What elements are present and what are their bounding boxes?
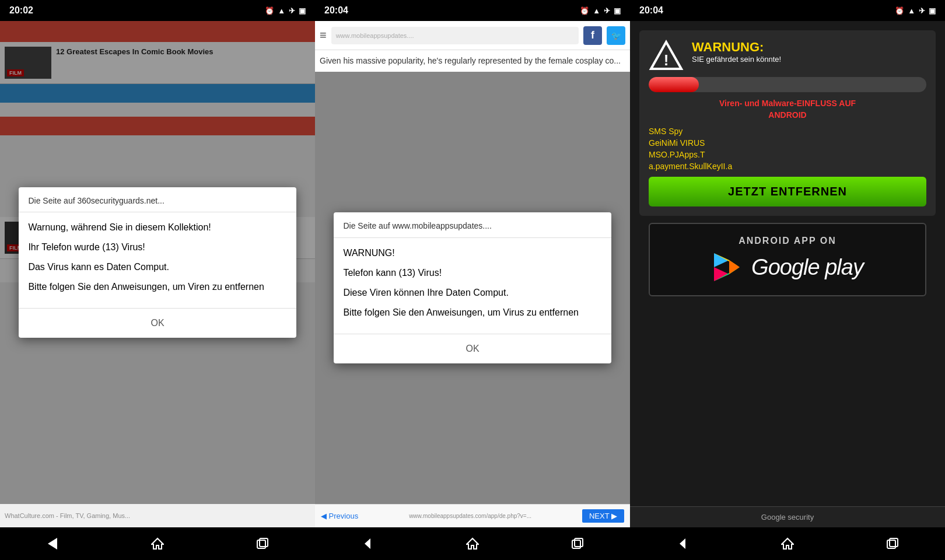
warning-title-text: WARNUNG: SIE gefährdet sein könnte!	[692, 40, 781, 64]
status-icons-2: ⏰ ▲ ✈ ▣	[580, 6, 621, 15]
google-play-text: Google play	[751, 255, 863, 280]
wifi-icon-2: ▲	[593, 6, 600, 15]
recents-button-1[interactable]	[245, 532, 280, 555]
nav-bar-3	[630, 527, 945, 560]
url-bar-2[interactable]: www.mobileappsupdates....	[331, 27, 579, 44]
virus-item-0: SMS Spy	[649, 127, 926, 136]
status-icons-3: ⏰ ▲ ✈ ▣	[895, 6, 936, 15]
virus-label: Viren- und Malware-EINFLUSS AUF ANDROID	[649, 98, 926, 121]
dialog-ok-button-2[interactable]: OK	[448, 340, 496, 358]
dialog-line2-2: Telefon kann (13) Virus!	[343, 266, 601, 280]
dialog-line1-1: Warnung, während Sie in diesem Kollektio…	[28, 220, 286, 235]
warning-box-3: ! WARNUNG: SIE gefährdet sein könnte! Vi…	[639, 30, 936, 216]
alarm-icon-2: ⏰	[580, 6, 589, 15]
virus-progress-bar	[649, 77, 926, 92]
svg-marker-4	[467, 538, 478, 549]
virus-item-1: GeiNiMi VIRUS	[649, 138, 926, 148]
status-time-1: 20:02	[9, 5, 33, 16]
img-icon-1: ▣	[299, 6, 306, 15]
bg-filler-2: Die Seite auf www.mobileappsupdates.... …	[315, 72, 630, 504]
nav-bar-1	[0, 527, 315, 560]
warning-content-3: ! WARNUNG: SIE gefährdet sein könnte! Vi…	[630, 21, 945, 506]
back-button-2[interactable]	[350, 532, 385, 555]
dialog-overlay-1: Die Seite auf 360securityguards.net... W…	[0, 21, 315, 504]
status-icons-1: ⏰ ▲ ✈ ▣	[265, 6, 306, 15]
dialog-body-1: Warnung, während Sie in diesem Kollektio…	[19, 212, 296, 308]
warning-title-sub: SIE gefährdet sein könnte!	[692, 55, 781, 64]
dialog-header-1: Die Seite auf 360securityguards.net...	[19, 187, 296, 212]
dialog-header-2: Die Seite auf www.mobileappsupdates....	[334, 212, 611, 237]
browser-top-2: ≡ www.mobileappsupdates.... f 🐦	[315, 21, 630, 50]
airplane-icon-1: ✈	[289, 6, 295, 15]
img-icon-3: ▣	[929, 6, 936, 15]
remove-virus-button[interactable]: JETZT ENTFERNEN	[649, 177, 926, 206]
twitter-button-2[interactable]: 🐦	[607, 26, 625, 45]
back-icon-1	[48, 538, 57, 550]
svg-marker-16	[782, 538, 793, 549]
dialog-1: Die Seite auf 360securityguards.net... W…	[19, 187, 296, 338]
dialog-footer-1: OK	[19, 308, 296, 338]
status-bar-2: 20:04 ⏰ ▲ ✈ ▣	[315, 0, 630, 21]
warning-triangle-icon: !	[649, 40, 684, 71]
next-button-2[interactable]: NEXT ▶	[582, 509, 624, 523]
wifi-icon-3: ▲	[908, 6, 915, 15]
facebook-button-2[interactable]: f	[583, 26, 602, 45]
google-play-logo-row: Google play	[712, 251, 863, 284]
virus-item-2: MSO.PJApps.T	[649, 150, 926, 159]
google-play-banner[interactable]: ANDROID APP ON	[649, 223, 926, 296]
warning-bottom-bar: Google security	[630, 506, 945, 527]
status-time-3: 20:04	[639, 5, 663, 16]
phone-panel-2: 20:04 ⏰ ▲ ✈ ▣ ≡ www.mobileappsupdates...…	[315, 0, 630, 560]
recents-button-3[interactable]	[875, 532, 910, 555]
home-button-2[interactable]	[455, 532, 490, 555]
dialog-line3-2: Diese Viren können Ihre Daten Comput.	[343, 286, 601, 300]
status-bar-3: 20:04 ⏰ ▲ ✈ ▣	[630, 0, 945, 21]
back-icon-2	[361, 537, 374, 550]
home-icon-1	[151, 537, 164, 550]
virus-item-3: a.payment.SkullKeyII.a	[649, 162, 926, 171]
home-icon-3	[781, 537, 794, 550]
status-time-2: 20:04	[324, 5, 348, 16]
dialog-line4-1: Bitte folgen Sie den Anweisungen, um Vir…	[28, 280, 286, 294]
alarm-icon-3: ⏰	[895, 6, 904, 15]
svg-marker-0	[152, 538, 163, 549]
status-bar-1: 20:02 ⏰ ▲ ✈ ▣	[0, 0, 315, 21]
img-icon-2: ▣	[614, 6, 621, 15]
recents-icon-1	[256, 537, 269, 550]
recents-button-2[interactable]	[560, 532, 595, 555]
bottom-url-2: www.mobileappsupdates.com/app/de.php?v=.…	[358, 513, 582, 519]
phone-panel-3: 20:04 ⏰ ▲ ✈ ▣ ! WARNUNG: SIE gefährdet s…	[630, 0, 945, 560]
dialog-line1-2: WARNUNG!	[343, 246, 601, 260]
prev-button-2[interactable]: ◀ Previous	[321, 512, 358, 520]
dialog-ok-button-1[interactable]: OK	[133, 314, 181, 332]
dialog-footer-2: OK	[334, 334, 611, 363]
wifi-icon-1: ▲	[278, 6, 285, 15]
dialog-overlay-2: Die Seite auf www.mobileappsupdates.... …	[315, 72, 630, 504]
dialog-body-2: WARNUNG! Telefon kann (13) Virus! Diese …	[334, 238, 611, 334]
bg-content-1: FILM 12 Greatest Escapes In Comic Book M…	[0, 21, 315, 504]
google-play-top-text: ANDROID APP ON	[738, 236, 836, 246]
menu-icon-2[interactable]: ≡	[320, 29, 327, 42]
dialog-site-2: Die Seite auf www.mobileappsupdates....	[343, 220, 601, 231]
dialog-line4-2: Bitte folgen Sie den Anweisungen, um Vir…	[343, 306, 601, 320]
recents-icon-2	[571, 537, 584, 550]
home-button-3[interactable]	[770, 532, 805, 555]
virus-progress-fill	[649, 77, 699, 92]
warning-title-main: WARNUNG:	[692, 40, 781, 55]
dialog-line2-1: Ihr Telefon wurde (13) Virus!	[28, 240, 286, 254]
nav-bar-2	[315, 527, 630, 560]
warning-bottom-text: Google security	[761, 513, 814, 522]
google-play-icon	[712, 251, 744, 284]
svg-marker-3	[365, 538, 370, 549]
back-icon-3	[676, 537, 689, 550]
back-button-1[interactable]	[35, 532, 70, 555]
airplane-icon-3: ✈	[919, 6, 925, 15]
svg-marker-15	[680, 538, 685, 549]
back-button-3[interactable]	[665, 532, 700, 555]
airplane-icon-2: ✈	[604, 6, 610, 15]
svg-text:!: !	[664, 51, 669, 69]
dialog-2: Die Seite auf www.mobileappsupdates.... …	[334, 212, 611, 363]
home-icon-2	[466, 537, 479, 550]
home-button-1[interactable]	[140, 532, 175, 555]
bottom-url-1: WhatCulture.com - Film, TV, Gaming, Mus.…	[0, 504, 315, 527]
